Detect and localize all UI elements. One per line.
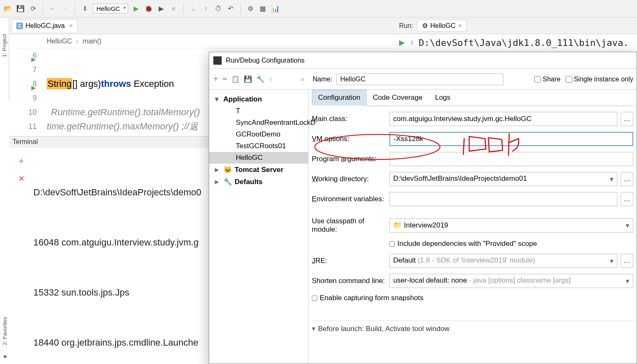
- dialog-icon: [213, 56, 222, 65]
- coverage-icon[interactable]: ▶: [157, 4, 166, 13]
- tab-configuration[interactable]: Configuration: [312, 90, 367, 106]
- tab-coverage[interactable]: Code Coverage: [367, 90, 429, 106]
- java-file-icon: C: [16, 23, 23, 29]
- wrench-icon[interactable]: 🔧: [256, 75, 265, 83]
- terminal-side-toolbar: + ✕: [9, 151, 33, 183]
- browse-workdir-icon[interactable]: …: [621, 172, 633, 186]
- module-select[interactable]: 📁 Interview2019: [389, 218, 633, 233]
- shorten-select[interactable]: user-local default: none - java [options…: [389, 274, 633, 288]
- close-terminal-icon[interactable]: ✕: [18, 174, 25, 183]
- favorites-tool-tab[interactable]: 2: Favorites ★: [0, 317, 9, 360]
- terminal-title: Terminal: [9, 136, 209, 148]
- run-tab[interactable]: ⚙ HelloGC ×: [417, 20, 467, 32]
- up-icon[interactable]: ⬆: [409, 39, 415, 47]
- rerun-icon[interactable]: ▶: [399, 38, 405, 47]
- jre-select[interactable]: Default (1.8 - SDK of 'Interview2019' mo…: [389, 254, 617, 268]
- run-config-icon: ⚙: [422, 22, 428, 30]
- jre-label: JRE:: [312, 257, 386, 265]
- tree-tomcat[interactable]: ▸🐱 Tomcat Server: [209, 164, 308, 176]
- close-icon[interactable]: ×: [458, 22, 462, 30]
- snapshots-checkbox[interactable]: [312, 296, 317, 301]
- config-tree: ▾Application T SyncAndReentrantLockD GCR…: [209, 90, 308, 364]
- tree-item[interactable]: T: [209, 105, 308, 117]
- share-checkbox[interactable]: Share: [534, 76, 561, 83]
- vcs-update-icon[interactable]: ↓: [189, 4, 198, 13]
- browse-jre-icon[interactable]: …: [621, 254, 633, 268]
- editor-tab-bar: C HelloGC.java ×: [9, 18, 397, 34]
- add-terminal-icon[interactable]: +: [19, 156, 24, 167]
- provided-checkbox[interactable]: [389, 241, 395, 247]
- working-directory-input[interactable]: D:\devSoft\JetBrains\IdeaProjects\demo01: [389, 172, 617, 186]
- working-directory-label: Working directory:: [312, 175, 386, 183]
- collapse-icon[interactable]: »: [301, 76, 304, 83]
- vcs-history-icon[interactable]: ⏱: [214, 4, 223, 13]
- env-variables-input[interactable]: [389, 192, 617, 206]
- vcs-revert-icon[interactable]: ↶: [226, 4, 235, 13]
- run-label: Run:: [399, 22, 413, 30]
- dialog-toolbar: + − 📋 💾 🔧 ↑ » Name: Share Single instanc…: [209, 69, 637, 90]
- env-variables-label: Environment variables:: [312, 195, 386, 203]
- run-config-selector[interactable]: HelloGC: [93, 4, 128, 13]
- dialog-title: Run/Debug Configurations: [226, 57, 305, 64]
- breadcrumb-class[interactable]: HelloGC: [47, 38, 72, 45]
- vm-options-input[interactable]: [389, 132, 633, 146]
- browse-env-icon[interactable]: …: [621, 192, 633, 206]
- copy-config-icon[interactable]: 📋: [231, 75, 240, 83]
- editor-tab-hellogc[interactable]: C HelloGC.java ×: [12, 19, 78, 32]
- sdk-icon[interactable]: 📊: [271, 4, 280, 13]
- structure-icon[interactable]: ▦: [258, 4, 268, 13]
- tree-item[interactable]: GCRootDemo: [209, 129, 308, 140]
- module-label: Use classpath of module:: [312, 217, 386, 234]
- run-debug-dialog: Run/Debug Configurations + − 📋 💾 🔧 ↑ » N…: [209, 52, 637, 364]
- program-arguments-label: Program arguments:: [312, 155, 386, 163]
- name-input[interactable]: [336, 73, 503, 85]
- close-tab-icon[interactable]: ×: [69, 22, 73, 30]
- shorten-label: Shorten command line:: [312, 277, 386, 285]
- move-up-icon[interactable]: ↑: [269, 76, 272, 83]
- star-icon: ★: [2, 354, 8, 360]
- breadcrumb-method[interactable]: main(): [83, 38, 101, 45]
- project-tool-tab[interactable]: 1: Project: [0, 18, 9, 101]
- run-panel: Run: ⚙ HelloGC × ▶ ⬆ D:\devSoft\Java\jdk…: [397, 18, 637, 51]
- browse-main-class-icon[interactable]: …: [621, 112, 633, 126]
- gutter: 6▶ 7 8▶ 9 10 11: [9, 48, 47, 134]
- save-icon[interactable]: 💾: [16, 4, 25, 13]
- tree-defaults[interactable]: ▸🔧 Defaults: [209, 176, 308, 188]
- save-config-icon[interactable]: 💾: [244, 75, 252, 83]
- stop-icon[interactable]: ■: [169, 4, 178, 13]
- breadcrumb: HelloGC › main(): [9, 34, 397, 48]
- main-class-input[interactable]: [389, 112, 617, 126]
- open-icon[interactable]: 📂: [3, 4, 13, 13]
- settings-icon[interactable]: ⚙: [246, 4, 255, 13]
- single-instance-checkbox[interactable]: Single instance only: [566, 76, 633, 83]
- tab-logs[interactable]: Logs: [429, 90, 457, 106]
- remove-config-icon[interactable]: −: [222, 74, 228, 84]
- debug-icon[interactable]: 🐞: [144, 4, 153, 13]
- forward-icon[interactable]: →: [61, 4, 70, 13]
- name-label: Name:: [313, 76, 332, 83]
- tree-application[interactable]: ▾Application: [209, 93, 308, 105]
- config-form: Configuration Code Coverage Logs MMain c…: [308, 90, 637, 364]
- program-arguments-input[interactable]: [389, 152, 633, 166]
- breadcrumb-separator-icon: ›: [76, 38, 78, 45]
- editor-tab-label: HelloGC.java: [25, 22, 65, 30]
- tree-item[interactable]: TestGCRoots01: [209, 140, 308, 152]
- add-config-icon[interactable]: +: [213, 74, 218, 84]
- before-launch-section[interactable]: ▾ Before launch: Build, Activate tool wi…: [312, 321, 633, 333]
- tree-item[interactable]: SyncAndReentrantLockD: [209, 117, 308, 129]
- compile-icon[interactable]: ⬇: [80, 4, 89, 13]
- snapshots-label: Enable capturing form snapshots: [320, 294, 424, 302]
- main-toolbar: 📂 💾 ⟳ ← → ⬇ HelloGC ▶ 🐞 ▶ ■ ↓ ↑ ⏱ ↶ ⚙ ▦ …: [0, 0, 637, 18]
- run-icon[interactable]: ▶: [131, 4, 141, 13]
- vcs-commit-icon[interactable]: ↑: [201, 4, 210, 13]
- vm-options-label: VM options:: [312, 135, 386, 143]
- refresh-icon[interactable]: ⟳: [28, 4, 38, 13]
- run-tab-label: HelloGC: [430, 22, 455, 30]
- config-tabs: Configuration Code Coverage Logs: [312, 90, 633, 106]
- tree-item-hellogc[interactable]: HelloGC: [209, 152, 308, 164]
- terminal-body[interactable]: D:\devSoft\JetBrains\IdeaProjects\demo0 …: [33, 151, 209, 364]
- run-output-toolbar: ▶ ⬆ D:\devSoft\Java\jdk1.8.0_111\bin\jav…: [397, 34, 637, 51]
- back-icon[interactable]: ←: [48, 4, 57, 13]
- terminal-panel: Terminal + ✕ D:\devSoft\JetBrains\IdeaPr…: [9, 136, 209, 364]
- provided-label: Include dependencies with "Provided" sco…: [397, 240, 537, 248]
